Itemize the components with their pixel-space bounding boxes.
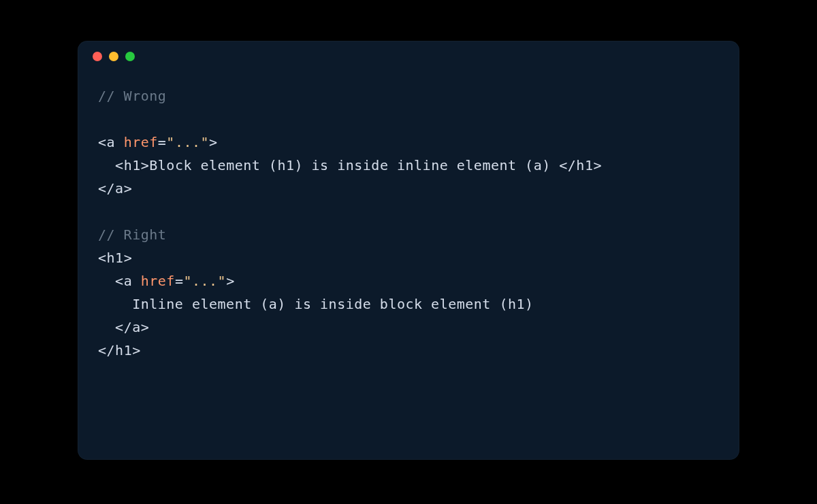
code-token: h1 — [124, 157, 141, 173]
code-token: a — [115, 180, 124, 197]
code-line — [98, 107, 719, 131]
code-token: < — [115, 157, 124, 173]
code-token: // Right — [98, 226, 166, 243]
window-titlebar — [78, 41, 739, 72]
code-line: <h1>Block element (h1) is inside inline … — [98, 154, 719, 177]
code-line: Inline element (a) is inside block eleme… — [98, 292, 719, 316]
close-icon[interactable] — [93, 52, 102, 61]
code-token — [98, 157, 115, 173]
code-window: // Wrong <a href="..."> <h1>Block elemen… — [78, 41, 739, 460]
code-snippet: // Wrong <a href="..."> <h1>Block elemen… — [78, 72, 739, 382]
code-token: href — [141, 273, 175, 289]
code-token: < — [98, 250, 107, 266]
code-token: // Wrong — [98, 88, 166, 104]
code-token: < — [115, 273, 124, 289]
code-token: > — [124, 250, 133, 266]
code-token: > — [209, 134, 218, 150]
code-token: </ — [559, 157, 576, 173]
code-token: "..." — [183, 273, 226, 289]
zoom-icon[interactable] — [125, 52, 135, 61]
code-token: h1 — [107, 250, 124, 266]
code-token: Block element (h1) is inside inline elem… — [149, 157, 559, 173]
code-line: </a> — [98, 316, 719, 339]
code-token — [115, 134, 124, 150]
code-token: > — [124, 180, 133, 197]
code-token: "..." — [166, 134, 209, 150]
code-token: = — [175, 273, 184, 289]
code-token: </ — [98, 342, 115, 358]
code-token: > — [226, 273, 235, 289]
code-token: < — [98, 134, 107, 150]
code-line: </a> — [98, 177, 719, 200]
code-token: > — [141, 319, 150, 335]
code-line — [98, 200, 719, 223]
code-line: </h1> — [98, 339, 719, 362]
code-token — [98, 319, 115, 335]
code-token — [132, 273, 141, 289]
code-line: <a href="..."> — [98, 131, 719, 154]
code-token: a — [132, 319, 141, 335]
code-line: // Right — [98, 223, 719, 246]
code-token: = — [158, 134, 167, 150]
code-token: h1 — [115, 342, 132, 358]
code-token: </ — [115, 319, 132, 335]
code-token — [98, 273, 115, 289]
code-line: <h1> — [98, 246, 719, 269]
code-token: > — [141, 157, 150, 173]
code-token: > — [132, 342, 141, 358]
minimize-icon[interactable] — [109, 52, 118, 61]
code-token: > — [593, 157, 602, 173]
code-token: Inline element (a) is inside block eleme… — [98, 296, 534, 312]
code-token: </ — [98, 180, 115, 197]
code-line: // Wrong — [98, 84, 719, 107]
code-line: <a href="..."> — [98, 269, 719, 292]
code-token: h1 — [576, 157, 593, 173]
code-token: href — [124, 134, 158, 150]
code-token: a — [107, 134, 116, 150]
code-token: a — [124, 273, 133, 289]
